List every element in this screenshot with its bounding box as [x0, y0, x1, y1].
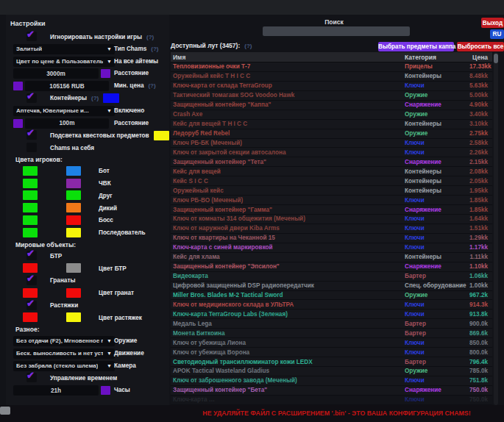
- table-row[interactable]: Медаль LegaБартер900.0k: [171, 319, 492, 329]
- color-swatch-secondary[interactable]: [66, 263, 81, 273]
- item-category: Контейнеры: [405, 121, 469, 127]
- language-button[interactable]: RU: [490, 29, 504, 39]
- color-swatch[interactable]: [103, 93, 119, 103]
- table-row[interactable]: Ключ РБ-ВО (Меченый)Ключи1.85kk: [171, 196, 492, 205]
- value-input[interactable]: 21h: [13, 385, 99, 396]
- checkbox[interactable]: ✔: [26, 251, 37, 260]
- table-row[interactable]: Ключ от убежища ЛионаКлючи850.0k: [171, 338, 492, 348]
- table-row[interactable]: Защищенный контейнер "Гамма"Снаряжение1.…: [171, 205, 492, 215]
- table-row[interactable]: Ключ-карта …Ключи750.0k: [171, 396, 492, 405]
- color-swatch-secondary[interactable]: [66, 228, 81, 237]
- table-row[interactable]: Кейс для вещейКонтейнеры2.08kk: [171, 167, 492, 176]
- color-swatch-secondary[interactable]: [66, 203, 81, 212]
- checkbox[interactable]: ✔: [26, 32, 37, 41]
- value-input[interactable]: 100m: [25, 118, 109, 129]
- item-category: Ключи: [405, 149, 469, 156]
- dropdown[interactable]: Цвет по цене & Пользовательс▼: [13, 57, 115, 67]
- table-row[interactable]: Ключ-карта TerraGroup Labs (Зеленая)Ключ…: [171, 310, 492, 319]
- color-swatch[interactable]: [101, 386, 110, 395]
- help-hint[interactable]: (?): [151, 46, 158, 52]
- table-row[interactable]: Ключ-карта с синей маркировкойКлючи1.17k…: [171, 243, 492, 253]
- help-hint[interactable]: (?): [146, 34, 154, 40]
- exit-button[interactable]: Выход: [481, 18, 504, 28]
- table-row[interactable]: Ледоруб Red RebelОружие2.75kk: [171, 129, 492, 139]
- checkbox[interactable]: ✔: [26, 301, 37, 310]
- color-swatch-primary[interactable]: [23, 288, 38, 298]
- color-swatch-primary[interactable]: [23, 190, 38, 200]
- dropdown[interactable]: Без отдачи (F2), Мгновенное п▼: [13, 336, 115, 346]
- table-row[interactable]: Ключ от медицинского склада в УЛЬТРАКлюч…: [171, 300, 492, 310]
- item-name: Защищенный контейнер "Тета": [171, 159, 405, 165]
- color-swatch-primary[interactable]: [23, 179, 38, 188]
- color-swatch-primary[interactable]: [23, 228, 38, 237]
- table-row[interactable]: Оружейный кейс T H I C CКонтейнеры8.48kk: [171, 72, 492, 82]
- checkbox[interactable]: ✔: [26, 93, 37, 103]
- table-row[interactable]: Тепловизионные очки Т-7Прицелы17.33kk: [171, 62, 492, 72]
- table-row[interactable]: Защищенный контейнер "Тета"Снаряжение2.1…: [171, 157, 492, 167]
- color-swatch[interactable]: [154, 131, 169, 140]
- help-hint[interactable]: (?): [148, 82, 155, 89]
- column-category[interactable]: Категория: [405, 54, 469, 61]
- item-price: 1.06kk: [469, 273, 492, 279]
- color-swatch[interactable]: [13, 119, 23, 128]
- settings-row-pair-15: Босс: [6, 215, 169, 226]
- color-swatch-secondary[interactable]: [66, 179, 81, 188]
- table-row[interactable]: Кейс для вещей T H I C CКонтейнеры3.10kk: [171, 120, 492, 129]
- table-row[interactable]: Miller Bros. Blades M-2 Tactical SwordОр…: [171, 291, 492, 301]
- table-row[interactable]: Тактический томагавк SOG Voodoo HawkОруж…: [171, 91, 492, 101]
- help-hint[interactable]: (?): [91, 95, 99, 101]
- color-swatch-primary[interactable]: [23, 215, 38, 225]
- table-row[interactable]: APOK Tactical Wasteland GladiusОружие785…: [171, 367, 492, 376]
- settings-row-checkbox-18: ✔БТР: [6, 251, 169, 261]
- table-row[interactable]: Цифровой защищенный DSP радиопередатчикС…: [171, 282, 492, 291]
- color-swatch-secondary[interactable]: [66, 215, 81, 225]
- search-input[interactable]: [263, 26, 410, 36]
- checkbox[interactable]: ✔: [26, 373, 37, 382]
- color-swatch-primary[interactable]: [23, 166, 38, 176]
- table-row[interactable]: Ключ от комнаты 314 общежития (Меченый)К…: [171, 215, 492, 224]
- color-swatch-secondary[interactable]: [66, 166, 81, 176]
- table-row[interactable]: Светодиодный трансиллюминатор кожи LEDXБ…: [171, 357, 492, 367]
- value-input[interactable]: 3000m: [13, 68, 99, 79]
- color-swatch-secondary[interactable]: [66, 312, 81, 322]
- table-row[interactable]: Ключ от убежища ВоронаКлючи800.0k: [171, 348, 492, 357]
- table-row[interactable]: Crash AxeОружие3.40kk: [171, 110, 492, 120]
- table-row[interactable]: Защищенный контейнер "Каппа"Снаряжение4.…: [171, 101, 492, 110]
- table-row[interactable]: Ключ РБ-БК (Меченый)Ключи2.58kk: [171, 139, 492, 149]
- checkbox[interactable]: [26, 143, 37, 152]
- table-scrollbar[interactable]: [494, 52, 498, 405]
- color-swatch-primary[interactable]: [23, 203, 38, 212]
- dropdown[interactable]: Беск. выносливость и нет уста▼: [13, 348, 115, 359]
- table-row[interactable]: Монета БиткоинаБартер869.6k: [171, 329, 492, 338]
- table-row[interactable]: Ключ от закрытой секции автосалонаКлючи2…: [171, 148, 492, 157]
- checkbox[interactable]: ✔: [26, 276, 37, 285]
- table-row[interactable]: Ключ от квартиры на Чеканной 15Ключи1.29…: [171, 234, 492, 243]
- item-price: 1.85kk: [469, 197, 492, 204]
- table-row[interactable]: Кейс S I C CКонтейнеры2.05kk: [171, 176, 492, 186]
- color-swatch-secondary[interactable]: [66, 288, 81, 298]
- select-kappa-items-button[interactable]: Выбрать предметы каппа: [378, 42, 454, 51]
- dropdown[interactable]: Аптечка, Ювелирные и...▼: [13, 106, 115, 116]
- drop-all-button[interactable]: Выбросить все: [457, 42, 504, 51]
- chevron-down-icon: ▼: [107, 363, 112, 368]
- table-row[interactable]: Оружейный кейсКонтейнеры1.95kk: [171, 186, 492, 196]
- scrollbar-thumb[interactable]: [494, 54, 498, 63]
- item-name: Ключ от закрытой секции автосалона: [171, 149, 405, 156]
- column-name[interactable]: Имя: [171, 54, 405, 61]
- table-row[interactable]: Защищенный контейнер "Бета"Снаряжение750…: [171, 386, 492, 396]
- table-row[interactable]: Кейс для хламаКонтейнеры1.11kk: [171, 253, 492, 262]
- color-swatch-primary[interactable]: [23, 312, 38, 322]
- table-row[interactable]: ВидеокартаБартер1.06kk: [171, 272, 492, 282]
- table-row[interactable]: Ключ от заброшенного завода (Меченый)Клю…: [171, 376, 492, 386]
- table-row[interactable]: Ключ-карта от склада TerraGroupКлючи5.63…: [171, 82, 492, 91]
- color-swatch[interactable]: [101, 69, 110, 78]
- color-swatch-primary[interactable]: [23, 263, 38, 273]
- table-row[interactable]: Ключ от наружной двери Kiba ArmsКлючи1.5…: [171, 224, 492, 234]
- dropdown[interactable]: Залитый▼: [13, 44, 115, 54]
- column-price[interactable]: Цена: [469, 54, 492, 61]
- table-row[interactable]: Защищенный контейнер "Эпсилон"Снаряжение…: [171, 262, 492, 272]
- color-swatch-secondary[interactable]: [66, 190, 81, 200]
- color-swatch[interactable]: [13, 82, 23, 90]
- checkbox[interactable]: ✔: [26, 130, 37, 140]
- value-input[interactable]: 105156 RUB: [25, 81, 109, 91]
